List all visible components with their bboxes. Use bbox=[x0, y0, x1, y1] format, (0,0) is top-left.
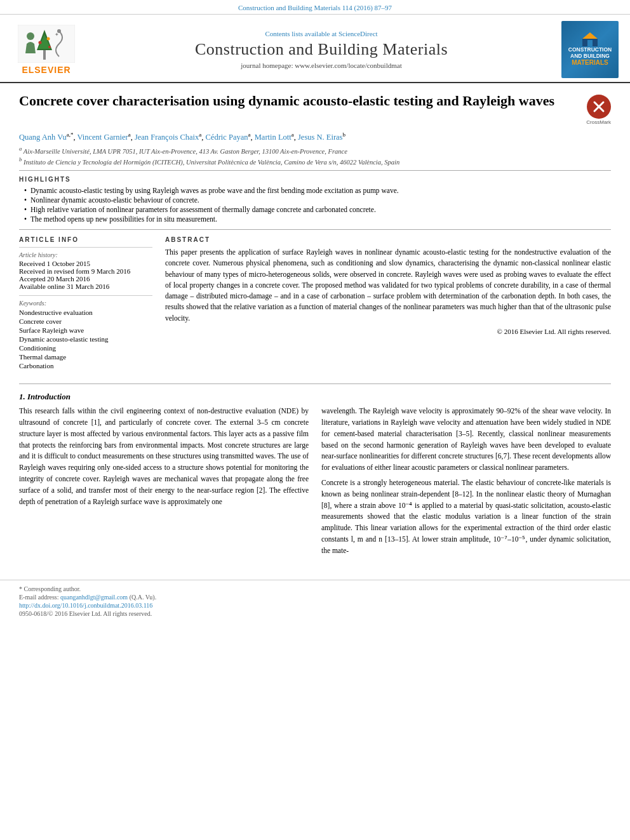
journal-center-info: Contents lists available at ScienceDirec… bbox=[81, 30, 561, 69]
article-title: Concrete cover characterisation using dy… bbox=[19, 92, 579, 110]
keyword-6: Carbonation bbox=[19, 362, 152, 370]
article-info-abstract-cols: ARTICLE INFO Article history: Received 1… bbox=[19, 236, 611, 375]
elsevier-wordmark: ELSEVIER bbox=[22, 65, 70, 75]
introduction-section: 1. Introduction This research falls with… bbox=[19, 392, 611, 561]
accepted-date: Accepted 20 March 2016 bbox=[19, 275, 152, 283]
highlight-item: Dynamic acousto-elastic testing by using… bbox=[24, 187, 611, 194]
highlight-item: Nonlinear dynamic acousto-elastic behavi… bbox=[24, 196, 611, 204]
journal-homepage-line: journal homepage: www.elsevier.com/locat… bbox=[88, 62, 555, 69]
email-link[interactable]: quanganhdlgt@gmail.com bbox=[60, 594, 128, 601]
sciencedirect-link[interactable]: ScienceDirect bbox=[338, 30, 378, 37]
highlights-section: HIGHLIGHTS Dynamic acousto-elastic testi… bbox=[19, 176, 611, 223]
keyword-1: Concrete cover bbox=[19, 317, 152, 325]
keyword-0: Nondestructive evaluation bbox=[19, 309, 152, 316]
highlight-item: The method opens up new possibilities fo… bbox=[24, 215, 611, 223]
affiliations: a Aix-Marseille Université, LMA UPR 7051… bbox=[19, 145, 611, 165]
affiliation-a: a Aix-Marseille Université, LMA UPR 7051… bbox=[19, 145, 611, 155]
crossmark-badge-container: CrossMark bbox=[586, 95, 611, 125]
page: Construction and Building Materials 114 … bbox=[0, 0, 630, 840]
elsevier-logo-svg: ✦ bbox=[18, 25, 75, 63]
article-info-col: ARTICLE INFO Article history: Received 1… bbox=[19, 236, 152, 375]
svg-point-1 bbox=[27, 32, 34, 40]
contents-available-line: Contents lists available at ScienceDirec… bbox=[88, 30, 555, 37]
svg-point-5 bbox=[39, 41, 42, 44]
abstract-col: ABSTRACT This paper presents the applica… bbox=[165, 236, 611, 375]
received-date: Received 1 October 2015 bbox=[19, 260, 152, 267]
intro-left-text: This research falls within the civil eng… bbox=[19, 406, 309, 507]
keyword-5: Thermal damage bbox=[19, 353, 152, 361]
svg-point-7 bbox=[48, 46, 51, 48]
elsevier-logo: ✦ ELSEVIER bbox=[11, 25, 81, 75]
corresponding-note: * Corresponding author. bbox=[19, 585, 611, 592]
article-history-block: Article history: Received 1 October 2015… bbox=[19, 251, 152, 290]
crossmark-icon bbox=[592, 100, 606, 114]
divider-below-abstract bbox=[19, 383, 611, 384]
abstract-title: ABSTRACT bbox=[165, 236, 611, 243]
journal-title: Construction and Building Materials bbox=[88, 40, 555, 59]
keywords-block: Keywords: Nondestructive evaluation Conc… bbox=[19, 300, 152, 370]
divider-below-highlights bbox=[19, 229, 611, 230]
highlights-title: HIGHLIGHTS bbox=[19, 176, 611, 183]
keyword-2: Surface Rayleigh wave bbox=[19, 326, 152, 334]
journal-corner-logo: Constructionand BuildingMATERIALS bbox=[561, 21, 619, 78]
intro-left-col: This research falls within the civil eng… bbox=[19, 406, 309, 561]
svg-rect-2 bbox=[43, 50, 46, 60]
revised-date: Received in revised form 9 March 2016 bbox=[19, 267, 152, 275]
article-info-title: ARTICLE INFO bbox=[19, 236, 152, 243]
abstract-copyright: © 2016 Elsevier Ltd. All rights reserved… bbox=[165, 328, 611, 335]
keywords-label: Keywords: bbox=[19, 300, 152, 307]
email-line: E-mail address: quanganhdlgt@gmail.com (… bbox=[19, 594, 611, 601]
issn-line: 0950-0618/© 2016 Elsevier Ltd. All right… bbox=[19, 610, 611, 617]
keyword-3: Dynamic acousto-elastic testing bbox=[19, 335, 152, 343]
svg-rect-12 bbox=[587, 40, 593, 46]
intro-right-col: wavelength. The Rayleigh wave velocity i… bbox=[321, 406, 611, 561]
affiliation-b: b Instituto de Ciencia y Tecnología del … bbox=[19, 156, 611, 166]
authors-line: Quang Anh Vua,*, Vincent Garniera, Jean … bbox=[19, 131, 611, 142]
history-label: Article history: bbox=[19, 251, 152, 258]
highlights-list: Dynamic acousto-elastic testing by using… bbox=[19, 187, 611, 223]
available-date: Available online 31 March 2016 bbox=[19, 283, 152, 290]
page-footer: * Corresponding author. E-mail address: … bbox=[0, 580, 630, 622]
svg-point-6 bbox=[47, 37, 50, 40]
journal-header: ✦ ELSEVIER Contents lists available at S… bbox=[0, 15, 630, 83]
svg-marker-11 bbox=[582, 32, 598, 39]
divider-after-affiliations bbox=[19, 170, 611, 171]
intro-right-text: wavelength. The Rayleigh wave velocity i… bbox=[321, 406, 611, 557]
corner-logo-icon bbox=[581, 32, 599, 46]
keyword-4: Conditioning bbox=[19, 344, 152, 352]
corner-logo-text: Constructionand BuildingMATERIALS bbox=[568, 46, 612, 67]
journal-citation-text: Construction and Building Materials 114 … bbox=[238, 4, 392, 11]
doi-link[interactable]: http://dx.doi.org/10.1016/j.conbuildmat.… bbox=[19, 602, 152, 609]
main-content: Concrete cover characterisation using dy… bbox=[0, 83, 630, 570]
intro-two-col: This research falls within the civil eng… bbox=[19, 406, 611, 561]
svg-text:✦: ✦ bbox=[55, 32, 59, 37]
abstract-text: This paper presents the application of s… bbox=[165, 247, 611, 324]
doi-line: http://dx.doi.org/10.1016/j.conbuildmat.… bbox=[19, 602, 611, 609]
highlight-item: High relative variation of nonlinear par… bbox=[24, 206, 611, 213]
journal-citation-bar: Construction and Building Materials 114 … bbox=[0, 0, 630, 15]
introduction-heading: 1. Introduction bbox=[19, 392, 611, 402]
